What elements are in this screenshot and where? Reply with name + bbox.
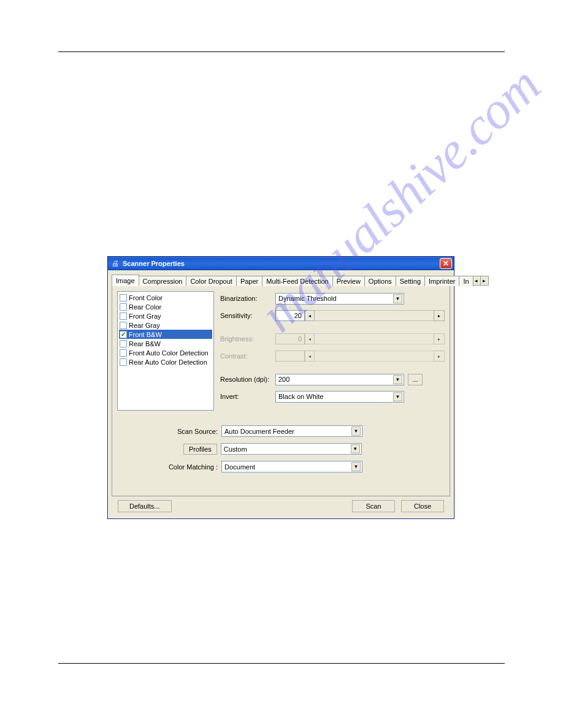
- tab-color-dropout[interactable]: Color Dropout: [186, 276, 236, 286]
- checkbox-icon[interactable]: [120, 303, 127, 311]
- defaults-button[interactable]: Defaults...: [118, 500, 172, 512]
- scan-source-label: Scan Source:: [117, 428, 221, 435]
- list-item-label: Rear Auto Color Detection: [129, 358, 207, 366]
- list-item-label: Front B&W: [129, 331, 162, 338]
- chevron-down-icon: ▼: [393, 375, 402, 384]
- sensitivity-slider[interactable]: ◂ ▸: [305, 310, 445, 321]
- select-value: Auto Document Feeder: [224, 428, 294, 435]
- binarization-label: Binarization:: [220, 295, 275, 302]
- slider-right-icon: ▸: [434, 333, 445, 344]
- profiles-select[interactable]: Custom ▼: [221, 443, 362, 455]
- chevron-down-icon: ▼: [393, 294, 402, 303]
- checkbox-icon[interactable]: [120, 340, 127, 347]
- checkbox-icon[interactable]: [120, 349, 127, 357]
- list-item-label: Rear Gray: [129, 322, 160, 329]
- list-item-label: Rear B&W: [129, 340, 161, 347]
- tab-multifeed[interactable]: Multi-Feed Detection: [262, 276, 333, 286]
- checkbox-icon[interactable]: [120, 358, 127, 366]
- slider-track: [315, 351, 434, 362]
- image-controls: Binarization: Dynamic Threshold ▼ Sensit…: [220, 291, 445, 411]
- invert-label: Invert:: [220, 393, 275, 400]
- page-rule-bottom: [58, 663, 505, 664]
- scanner-properties-window: 🖨 Scanner Properties ✕ Image Compression…: [107, 256, 454, 519]
- tab-strip: Image Compression Color Dropout Paper Mu…: [112, 274, 450, 286]
- titlebar[interactable]: 🖨 Scanner Properties ✕: [108, 257, 454, 270]
- brightness-slider: ◂ ▸: [305, 333, 445, 344]
- brightness-label: Brightness:: [220, 335, 275, 343]
- chevron-down-icon: ▼: [351, 462, 361, 471]
- checkbox-icon[interactable]: [120, 294, 127, 301]
- contrast-label: Contrast:: [220, 352, 275, 360]
- select-value: Dynamic Threshold: [278, 295, 337, 302]
- checkbox-icon[interactable]: [120, 313, 127, 320]
- tab-preview[interactable]: Preview: [332, 276, 365, 286]
- tab-panel-image: Front Color Rear Color Front Gray Rear G…: [112, 286, 450, 496]
- tab-scroll-right-icon[interactable]: ▸: [480, 276, 489, 286]
- slider-left-icon[interactable]: ◂: [305, 310, 315, 321]
- chevron-down-icon: ▼: [351, 444, 360, 453]
- list-item: Front B&W: [119, 330, 212, 339]
- tab-scroll-left-icon[interactable]: ◂: [472, 276, 481, 286]
- list-item-label: Front Auto Color Detection: [129, 349, 209, 357]
- list-item-label: Front Gray: [129, 313, 161, 320]
- tab-paper[interactable]: Paper: [236, 276, 262, 286]
- list-item: Rear Color: [119, 302, 212, 311]
- tab-compression[interactable]: Compression: [139, 276, 187, 286]
- tab-image[interactable]: Image: [112, 275, 139, 286]
- select-value: Document: [224, 463, 255, 471]
- tab-options[interactable]: Options: [364, 276, 396, 286]
- resolution-browse-button[interactable]: ...: [408, 374, 423, 385]
- slider-track: [315, 333, 434, 344]
- page-rule-top: [58, 51, 505, 52]
- app-icon: 🖨: [110, 259, 120, 268]
- select-value: Custom: [224, 446, 247, 453]
- list-item: Rear B&W: [119, 339, 212, 348]
- slider-right-icon: ▸: [434, 351, 445, 362]
- color-matching-label: Color Matching :: [117, 463, 221, 471]
- list-item: Front Color: [119, 293, 212, 302]
- list-item: Front Gray: [119, 311, 212, 320]
- close-icon[interactable]: ✕: [440, 258, 452, 269]
- chevron-down-icon: ▼: [393, 392, 402, 401]
- profiles-button[interactable]: Profiles: [183, 444, 217, 455]
- button-bar: Defaults... Scan Close: [112, 496, 450, 512]
- list-item-label: Rear Color: [129, 303, 161, 311]
- list-item: Rear Gray: [119, 320, 212, 330]
- color-matching-select[interactable]: Document ▼: [221, 461, 362, 472]
- slider-track[interactable]: [315, 310, 434, 321]
- image-selection-list[interactable]: Front Color Rear Color Front Gray Rear G…: [117, 291, 214, 411]
- sensitivity-value[interactable]: 20: [275, 310, 305, 321]
- close-button[interactable]: Close: [401, 500, 444, 512]
- sensitivity-label: Sensitivity:: [220, 312, 275, 319]
- binarization-select[interactable]: Dynamic Threshold ▼: [275, 293, 404, 305]
- list-item: Rear Auto Color Detection: [119, 357, 212, 366]
- invert-select[interactable]: Black on White ▼: [275, 391, 404, 403]
- tab-imprinter[interactable]: Imprinter: [424, 276, 459, 286]
- window-title: Scanner Properties: [123, 260, 440, 267]
- select-value: 200: [278, 376, 289, 383]
- scan-source-select[interactable]: Auto Document Feeder ▼: [221, 425, 362, 437]
- slider-left-icon: ◂: [305, 351, 315, 362]
- resolution-select[interactable]: 200 ▼: [275, 374, 404, 385]
- lower-controls: Scan Source: Auto Document Feeder ▼ Prof…: [117, 425, 445, 472]
- slider-right-icon[interactable]: ▸: [434, 310, 445, 321]
- slider-left-icon: ◂: [305, 333, 315, 344]
- tab-setting[interactable]: Setting: [396, 276, 425, 286]
- contrast-value: [275, 351, 305, 362]
- select-value: Black on White: [278, 393, 323, 400]
- checkbox-icon[interactable]: [120, 322, 127, 329]
- list-item: Front Auto Color Detection: [119, 348, 212, 357]
- tab-overflow[interactable]: In: [459, 276, 473, 286]
- resolution-label: Resolution (dpi):: [220, 376, 275, 383]
- list-item-label: Front Color: [129, 294, 163, 301]
- checkbox-icon[interactable]: [120, 331, 127, 338]
- scan-button[interactable]: Scan: [352, 500, 395, 512]
- chevron-down-icon: ▼: [351, 427, 361, 436]
- brightness-value: 0: [275, 333, 305, 344]
- client-area: Image Compression Color Dropout Paper Mu…: [108, 270, 454, 518]
- contrast-slider: ◂ ▸: [305, 351, 445, 362]
